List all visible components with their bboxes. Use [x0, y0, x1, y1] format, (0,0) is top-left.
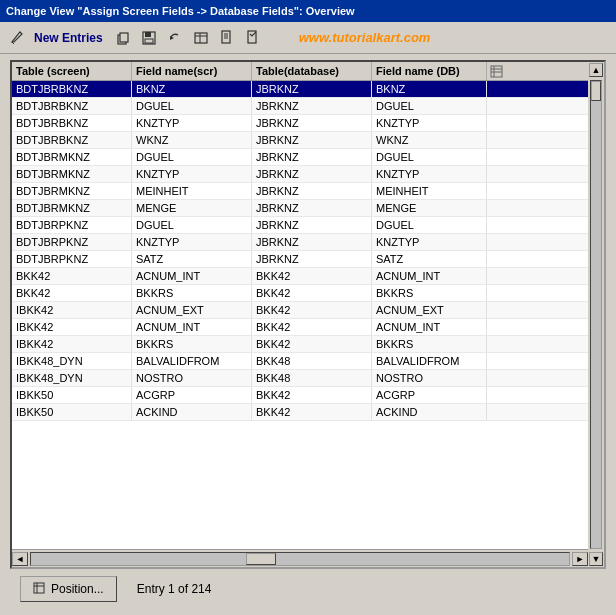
table-cell: ACKIND: [372, 404, 487, 420]
table-cell: BKK48: [252, 370, 372, 386]
table-cell: BDTJBRBKNZ: [12, 115, 132, 131]
svg-rect-7: [145, 39, 153, 43]
col-header-field-scr: Field name(scr): [132, 62, 252, 80]
table-row[interactable]: BDTJBRBKNZKNZTYPJBRKNZKNZTYP: [12, 115, 588, 132]
table-row[interactable]: IBKK48_DYNBALVALIDFROMBKK48BALVALIDFROM: [12, 353, 588, 370]
table-row[interactable]: IBKK48_DYNNOSTROBKK48NOSTRO: [12, 370, 588, 387]
table-row[interactable]: BDTJBRMKNZDGUELJBRKNZDGUEL: [12, 149, 588, 166]
col-header-table-db: Table(database): [252, 62, 372, 80]
table-row[interactable]: BKK42ACNUM_INTBKK42ACNUM_INT: [12, 268, 588, 285]
table-row[interactable]: IBKK50ACKINDBKK42ACKIND: [12, 404, 588, 421]
table-cell: KNZTYP: [372, 234, 487, 250]
save-icon[interactable]: [139, 28, 159, 48]
table-row[interactable]: BDTJBRPKNZDGUELJBRKNZDGUEL: [12, 217, 588, 234]
watermark-text: www.tutorialkart.com: [299, 30, 431, 45]
table-row[interactable]: BDTJBRBKNZDGUELJBRKNZDGUEL: [12, 98, 588, 115]
table-row[interactable]: BDTJBRBKNZWKNZJBRKNZWKNZ: [12, 132, 588, 149]
table-row[interactable]: BKK42BKKRSBKK42BKKRS: [12, 285, 588, 302]
table-cell: ACNUM_INT: [132, 319, 252, 335]
table-row[interactable]: BDTJBRPKNZKNZTYPJBRKNZKNZTYP: [12, 234, 588, 251]
table-cell: JBRKNZ: [252, 217, 372, 233]
table-cell: ACNUM_INT: [132, 268, 252, 284]
table-cell: BDTJBRBKNZ: [12, 98, 132, 114]
v-scroll-up-btn[interactable]: ▲: [589, 63, 603, 77]
h-scrollbar-track[interactable]: [30, 552, 570, 566]
copy-icon[interactable]: [113, 28, 133, 48]
table-cell: BKK42: [12, 285, 132, 301]
table-cell: BDTJBRPKNZ: [12, 217, 132, 233]
v-scrollbar-track[interactable]: [590, 80, 602, 549]
position-button[interactable]: Position...: [20, 576, 117, 602]
table-cell: JBRKNZ: [252, 98, 372, 114]
table-cell: WKNZ: [132, 132, 252, 148]
table-cell: JBRKNZ: [252, 166, 372, 182]
toolbar: New Entries www.tutorialkart.com: [0, 22, 616, 54]
table-cell: ACGRP: [132, 387, 252, 403]
table-cell: ACNUM_INT: [372, 319, 487, 335]
table-cell: KNZTYP: [132, 234, 252, 250]
title-bar: Change View "Assign Screen Fields -> Dat…: [0, 0, 616, 22]
svg-rect-4: [120, 33, 128, 42]
content-area: Table (screen) Field name(scr) Table(dat…: [0, 54, 616, 615]
table-cell: IBKK42: [12, 302, 132, 318]
svg-rect-12: [222, 31, 230, 43]
table-cell: BKKRS: [372, 285, 487, 301]
table-row[interactable]: BDTJBRMKNZKNZTYPJBRKNZKNZTYP: [12, 166, 588, 183]
table-cell: IBKK42: [12, 336, 132, 352]
col-settings-icon[interactable]: [487, 62, 505, 80]
table-cell: DGUEL: [132, 149, 252, 165]
table-cell: JBRKNZ: [252, 251, 372, 267]
table-cell: BKK42: [252, 336, 372, 352]
table-cell: ACKIND: [132, 404, 252, 420]
table-cell: BKK48: [252, 353, 372, 369]
table-cell: BALVALIDFROM: [372, 353, 487, 369]
h-scroll-left-btn[interactable]: ◄: [12, 552, 28, 566]
h-scroll-right-btn[interactable]: ►: [572, 552, 588, 566]
table-row[interactable]: IBKK50ACGRPBKK42ACGRP: [12, 387, 588, 404]
table-cell: BKK42: [252, 268, 372, 284]
h-scrollbar[interactable]: ◄ ►: [12, 549, 588, 567]
table-row[interactable]: IBKK42ACNUM_INTBKK42ACNUM_INT: [12, 319, 588, 336]
table-cell: JBRKNZ: [252, 81, 372, 97]
table-body[interactable]: BDTJBRBKNZBKNZJBRKNZBKNZBDTJBRBKNZDGUELJ…: [12, 81, 588, 549]
table-cell: IBKK50: [12, 387, 132, 403]
svg-rect-6: [145, 32, 151, 37]
table-row[interactable]: BDTJBRBKNZBKNZJBRKNZBKNZ: [12, 81, 588, 98]
table-row[interactable]: BDTJBRMKNZMENGEJBRKNZMENGE: [12, 200, 588, 217]
table-row[interactable]: IBKK42BKKRSBKK42BKKRS: [12, 336, 588, 353]
page-icon[interactable]: [217, 28, 237, 48]
table-cell: IBKK50: [12, 404, 132, 420]
table-row[interactable]: IBKK42ACNUM_EXTBKK42ACNUM_EXT: [12, 302, 588, 319]
table-cell: BKKRS: [132, 285, 252, 301]
footer-bar: Position... Entry 1 of 214: [10, 569, 606, 609]
h-scrollbar-thumb[interactable]: [246, 553, 276, 565]
table-cell: BKK42: [252, 387, 372, 403]
table-main: Table (screen) Field name(scr) Table(dat…: [12, 62, 588, 567]
table-cell: NOSTRO: [372, 370, 487, 386]
table-cell: BKKRS: [132, 336, 252, 352]
table-cell: BDTJBRMKNZ: [12, 166, 132, 182]
col-header-table-screen: Table (screen): [12, 62, 132, 80]
table-cell: ACGRP: [372, 387, 487, 403]
table-row[interactable]: BDTJBRMKNZMEINHEITJBRKNZMEINHEIT: [12, 183, 588, 200]
table-cell: BKK42: [252, 302, 372, 318]
table-icon[interactable]: [191, 28, 211, 48]
table-cell: NOSTRO: [132, 370, 252, 386]
table-cell: JBRKNZ: [252, 132, 372, 148]
table-header: Table (screen) Field name(scr) Table(dat…: [12, 62, 588, 81]
page2-icon[interactable]: [243, 28, 263, 48]
table-cell: IBKK48_DYN: [12, 353, 132, 369]
table-cell: KNZTYP: [372, 166, 487, 182]
table-cell: WKNZ: [372, 132, 487, 148]
undo-icon[interactable]: [165, 28, 185, 48]
table-row[interactable]: BDTJBRPKNZSATZJBRKNZSATZ: [12, 251, 588, 268]
table-with-scrollbar: Table (screen) Field name(scr) Table(dat…: [12, 62, 604, 567]
v-scrollbar[interactable]: ▲ ▼: [588, 62, 604, 567]
pencil-icon[interactable]: [8, 28, 28, 48]
v-scroll-down-btn[interactable]: ▼: [589, 552, 603, 566]
v-scrollbar-thumb[interactable]: [591, 81, 601, 101]
table-cell: DGUEL: [372, 98, 487, 114]
table-cell: BDTJBRMKNZ: [12, 183, 132, 199]
table-cell: MEINHEIT: [132, 183, 252, 199]
col-header-field-db: Field name (DB): [372, 62, 487, 80]
